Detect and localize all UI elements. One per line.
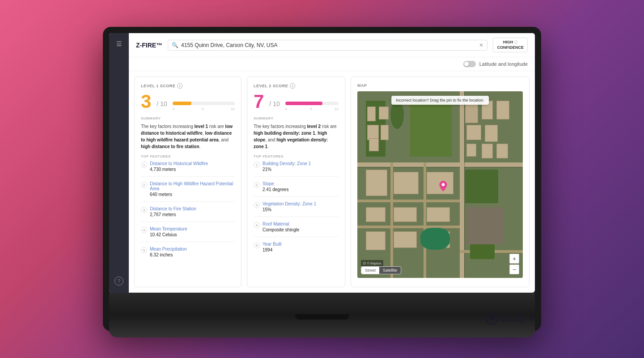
feature-name: Distance to High Wildfire Hazard Potenti…: [150, 181, 235, 191]
level2-panel: LEVEL 2 SCORE i 7 / 10 0 5: [247, 77, 345, 287]
feature-name: Slope: [263, 181, 288, 186]
level1-info-icon[interactable]: i: [177, 83, 182, 89]
feature-name: Distance to Historical Wildfire: [150, 161, 208, 166]
list-item: 3 Distance to Fire Station 2,767 meters: [141, 206, 235, 222]
list-item: 1 Distance to Historical Wildfire 4,730 …: [141, 161, 235, 177]
level1-score: 3: [141, 92, 151, 111]
feature-num: 2: [254, 182, 260, 188]
level2-features-list: 1 Building Density: Zone 1 21% 2 Slope 2…: [254, 161, 339, 257]
map-tooltip: Incorrect location? Drag the pin to fix …: [391, 96, 489, 105]
level2-features-label: TOP FEATURES: [254, 154, 339, 158]
level2-score-row: 7 / 10 0 5 10: [254, 92, 339, 111]
level1-label: LEVEL 1 SCORE i: [141, 83, 235, 89]
list-item: 4 Roof Material Composite shingle: [254, 222, 339, 237]
feature-name: Vegetation Density: Zone 1: [263, 201, 316, 206]
level1-features-list: 1 Distance to Historical Wildfire 4,730 …: [141, 161, 235, 262]
feature-value: 4,730 meters: [150, 167, 208, 172]
feature-name: Distance to Fire Station: [150, 206, 196, 211]
map-view-toggle[interactable]: Street Satellite: [361, 266, 401, 274]
map-panel: MAP: [351, 77, 530, 287]
lat-long-row: Latitude and longitude: [129, 57, 535, 71]
list-item: 3 Vegetation Density: Zone 1 15%: [254, 201, 339, 217]
feature-num: 5: [141, 247, 147, 253]
level1-summary-label: SUMMARY: [141, 116, 235, 120]
feature-name: Mean Precipitation: [150, 247, 187, 251]
panels-row: LEVEL 1 SCORE i 3 / 10 0 5: [129, 71, 535, 293]
level2-summary-label: SUMMARY: [254, 116, 339, 120]
lat-long-label: Latitude and longitude: [479, 61, 528, 67]
feature-num: 4: [141, 227, 147, 233]
feature-num: 2: [141, 182, 147, 188]
level1-score-denom: / 10: [157, 100, 167, 107]
search-clear-icon[interactable]: ✕: [479, 42, 483, 48]
feature-num: 4: [254, 222, 260, 228]
level2-label: LEVEL 2 SCORE i: [254, 83, 339, 89]
list-item: 5 Year Built 1994: [254, 242, 339, 257]
map-container[interactable]: Incorrect location? Drag the pin to fix …: [357, 91, 523, 278]
feature-num: 1: [254, 162, 260, 168]
list-item: 2 Slope 2.41 degrees: [254, 181, 339, 197]
feature-value: 8.32 inches: [150, 252, 187, 257]
feature-value: 1994: [263, 247, 281, 252]
feature-num: 3: [141, 207, 147, 213]
level2-score: 7: [254, 92, 264, 111]
feature-value: 640 meters: [150, 192, 235, 197]
feature-num: 5: [254, 242, 260, 248]
level1-features-label: TOP FEATURES: [141, 154, 235, 158]
level2-score-denom: / 10: [269, 100, 280, 107]
level2-bar: 0 5 10: [285, 102, 339, 111]
feature-num: 1: [141, 162, 147, 168]
header: Z-FIRE™ 🔍 4155 Quinn Drive, Carson City,…: [129, 33, 535, 57]
laptop-screen: ☰ ? Z-FIRE™ 🔍 4155 Quinn Drive, Carson C…: [109, 33, 535, 293]
satellite-view-button[interactable]: Satellite: [379, 267, 401, 274]
level1-panel: LEVEL 1 SCORE i 3 / 10 0 5: [134, 77, 242, 287]
map-background: Incorrect location? Drag the pin to fix …: [357, 91, 523, 278]
feature-num: 3: [254, 202, 260, 208]
zoom-in-button[interactable]: +: [509, 254, 519, 264]
confidence-badge: HIGH ⓘCONFIDENCE: [493, 38, 528, 52]
level1-bar: 0 5 10: [173, 102, 235, 111]
list-item: 1 Building Density: Zone 1 21%: [254, 161, 339, 177]
list-item: 2 Distance to High Wildfire Hazard Poten…: [141, 181, 235, 202]
laptop-frame: ☰ ? Z-FIRE™ 🔍 4155 Quinn Drive, Carson C…: [103, 27, 541, 331]
confidence-label: HIGH ⓘCONFIDENCE: [497, 40, 524, 50]
mapbox-logo: ⊙ © Mapbox: [361, 260, 383, 266]
lat-long-toggle[interactable]: [463, 61, 476, 67]
feature-name: Mean Temperature: [150, 226, 187, 231]
search-icon: 🔍: [172, 42, 178, 48]
laptop-base: [109, 293, 535, 337]
feature-value: 10.42 Celsius: [150, 232, 187, 237]
level2-summary-text: The key factors increasing level 2 risk …: [254, 123, 339, 150]
sidebar: ☰ ?: [109, 33, 129, 293]
svg-point-0: [442, 183, 445, 186]
level2-info-icon[interactable]: i: [290, 83, 295, 89]
level1-score-row: 3 / 10 0 5 10: [141, 92, 235, 111]
help-icon[interactable]: ?: [114, 277, 123, 286]
search-bar[interactable]: 🔍 4155 Quinn Drive, Carson City, NV, USA…: [168, 40, 487, 51]
feature-name: Year Built: [263, 242, 281, 247]
list-item: 4 Mean Temperature 10.42 Celsius: [141, 226, 235, 242]
map-label: MAP: [357, 83, 523, 88]
level1-summary-text: The key factors increasing level 1 risk …: [141, 123, 235, 150]
feature-name: Roof Material: [263, 222, 299, 226]
feature-value: Composite shingle: [263, 227, 299, 232]
main-content: Z-FIRE™ 🔍 4155 Quinn Drive, Carson City,…: [129, 33, 535, 293]
zoom-out-button[interactable]: −: [509, 264, 519, 274]
street-view-button[interactable]: Street: [361, 267, 379, 274]
app-title: Z-FIRE™: [136, 42, 162, 49]
list-item: 5 Mean Precipitation 8.32 inches: [141, 247, 235, 262]
feature-value: 2,767 meters: [150, 212, 196, 217]
menu-icon[interactable]: ☰: [116, 40, 122, 47]
laptop-notch: [295, 314, 349, 320]
feature-name: Building Density: Zone 1: [263, 161, 311, 166]
feature-value: 15%: [263, 207, 316, 212]
feature-value: 21%: [263, 167, 311, 172]
feature-value: 2.41 degrees: [263, 187, 288, 192]
search-input[interactable]: 4155 Quinn Drive, Carson City, NV, USA: [181, 42, 476, 48]
map-zoom-controls[interactable]: + −: [509, 254, 519, 274]
map-pin[interactable]: [439, 181, 448, 192]
